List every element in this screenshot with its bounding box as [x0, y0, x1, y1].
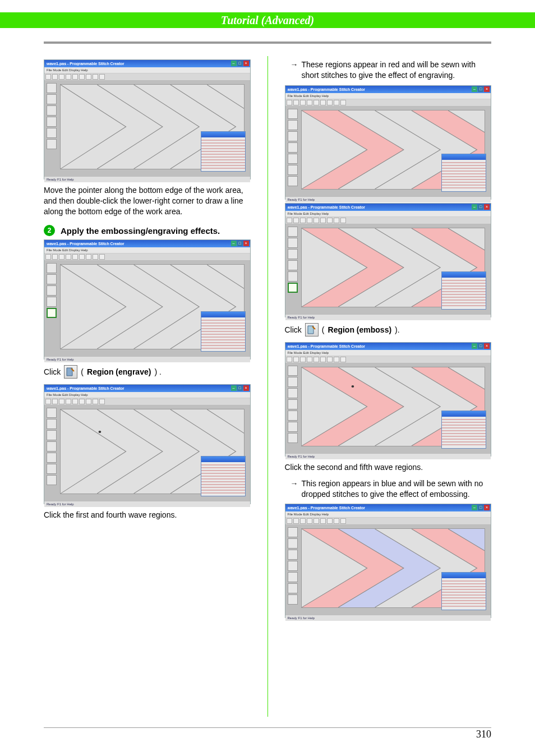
- toolbar-button[interactable]: [313, 357, 319, 362]
- toolbar-button[interactable]: [66, 399, 71, 404]
- toolbar-button[interactable]: [86, 74, 91, 80]
- tool-button[interactable]: [288, 271, 298, 282]
- toolbar-button[interactable]: [287, 100, 292, 105]
- tool-button[interactable]: [288, 561, 298, 571]
- toolbar-button[interactable]: [287, 218, 292, 223]
- minimize-icon[interactable]: –: [231, 61, 237, 66]
- toolbar-button[interactable]: [79, 399, 85, 404]
- toolbar-button[interactable]: [313, 518, 319, 524]
- close-icon[interactable]: ×: [484, 343, 490, 349]
- toolbar-button[interactable]: [320, 357, 326, 362]
- tool-button[interactable]: [288, 538, 298, 548]
- toolbar-button[interactable]: [334, 518, 339, 524]
- tool-button[interactable]: [47, 285, 57, 296]
- minimize-icon[interactable]: –: [472, 343, 477, 349]
- toolbar-button[interactable]: [52, 74, 58, 80]
- toolbar-button[interactable]: [66, 254, 71, 260]
- toolbar-button[interactable]: [307, 100, 312, 105]
- tool-button[interactable]: [47, 297, 57, 307]
- toolbar-button[interactable]: [59, 74, 64, 80]
- tool-button[interactable]: [47, 274, 57, 284]
- tool-button[interactable]: [288, 120, 298, 130]
- toolbar-button[interactable]: [99, 399, 105, 404]
- toolbar-button[interactable]: [287, 357, 292, 362]
- tool-button[interactable]: [47, 464, 57, 474]
- maximize-icon[interactable]: □: [237, 385, 243, 391]
- tool-button[interactable]: [47, 139, 57, 149]
- tool-button[interactable]: [288, 227, 298, 237]
- toolbar-button[interactable]: [293, 100, 299, 105]
- tool-button[interactable]: [47, 105, 57, 116]
- tool-button[interactable]: [288, 142, 298, 153]
- tool-button[interactable]: [47, 94, 57, 104]
- toolbar-button[interactable]: [99, 254, 105, 260]
- close-icon[interactable]: ×: [243, 241, 249, 246]
- toolbar-button[interactable]: [300, 218, 306, 223]
- tool-button[interactable]: [288, 377, 298, 387]
- toolbar-button[interactable]: [93, 74, 98, 80]
- toolbar-button[interactable]: [86, 399, 91, 404]
- tool-button[interactable]: [288, 165, 298, 175]
- toolbar-button[interactable]: [293, 357, 299, 362]
- toolbar-button[interactable]: [93, 399, 98, 404]
- toolbar-button[interactable]: [327, 518, 333, 524]
- minimize-icon[interactable]: –: [231, 241, 237, 246]
- close-icon[interactable]: ×: [484, 86, 490, 92]
- maximize-icon[interactable]: □: [237, 241, 243, 246]
- toolbar-button[interactable]: [340, 100, 346, 105]
- tool-button[interactable]: [288, 109, 298, 119]
- tool-button[interactable]: [288, 527, 298, 537]
- tool-button[interactable]: [47, 475, 57, 485]
- toolbar-button[interactable]: [334, 218, 339, 223]
- tool-button[interactable]: [288, 238, 298, 248]
- toolbar-button[interactable]: [307, 357, 312, 362]
- tool-button[interactable]: [288, 249, 298, 259]
- toolbar-button[interactable]: [313, 100, 319, 105]
- toolbar-button[interactable]: [320, 518, 326, 524]
- tool-button[interactable]: [288, 399, 298, 409]
- maximize-icon[interactable]: □: [478, 505, 483, 510]
- toolbar-button[interactable]: [79, 254, 85, 260]
- minimize-icon[interactable]: –: [231, 385, 237, 391]
- tool-button[interactable]: [47, 441, 57, 451]
- toolbar-button[interactable]: [72, 74, 78, 80]
- toolbar-button[interactable]: [340, 518, 346, 524]
- toolbar-button[interactable]: [334, 100, 339, 105]
- toolbar-button[interactable]: [45, 399, 51, 404]
- close-icon[interactable]: ×: [484, 204, 490, 210]
- region-engrave-icon[interactable]: [64, 365, 77, 379]
- tool-button[interactable]: [288, 550, 298, 560]
- tool-button[interactable]: [288, 594, 298, 605]
- toolbar-button[interactable]: [93, 254, 98, 260]
- tool-button[interactable]: [288, 176, 298, 186]
- tool-button[interactable]: [288, 433, 298, 443]
- region-emboss-tool-selected[interactable]: [288, 283, 298, 293]
- tool-button[interactable]: [288, 583, 298, 593]
- tool-button[interactable]: [288, 131, 298, 141]
- toolbar-button[interactable]: [334, 357, 339, 362]
- toolbar-button[interactable]: [300, 518, 306, 524]
- toolbar-button[interactable]: [72, 254, 78, 260]
- toolbar-button[interactable]: [45, 74, 51, 80]
- region-tool-selected[interactable]: [47, 308, 57, 318]
- toolbar-button[interactable]: [307, 518, 312, 524]
- toolbar-button[interactable]: [340, 357, 346, 362]
- toolbar-button[interactable]: [45, 254, 51, 260]
- tool-button[interactable]: [288, 366, 298, 376]
- maximize-icon[interactable]: □: [478, 204, 483, 210]
- toolbar-button[interactable]: [52, 399, 58, 404]
- tool-button[interactable]: [288, 411, 298, 421]
- maximize-icon[interactable]: □: [237, 61, 243, 66]
- toolbar-button[interactable]: [320, 100, 326, 105]
- close-icon[interactable]: ×: [243, 385, 249, 391]
- toolbar-button[interactable]: [327, 100, 333, 105]
- close-icon[interactable]: ×: [484, 505, 490, 510]
- tool-button[interactable]: [47, 128, 57, 138]
- toolbar-button[interactable]: [59, 254, 64, 260]
- toolbar-button[interactable]: [59, 399, 64, 404]
- toolbar-button[interactable]: [340, 218, 346, 223]
- tool-button[interactable]: [47, 430, 57, 440]
- tool-button[interactable]: [288, 260, 298, 270]
- tool-button[interactable]: [288, 572, 298, 582]
- toolbar-button[interactable]: [79, 74, 85, 80]
